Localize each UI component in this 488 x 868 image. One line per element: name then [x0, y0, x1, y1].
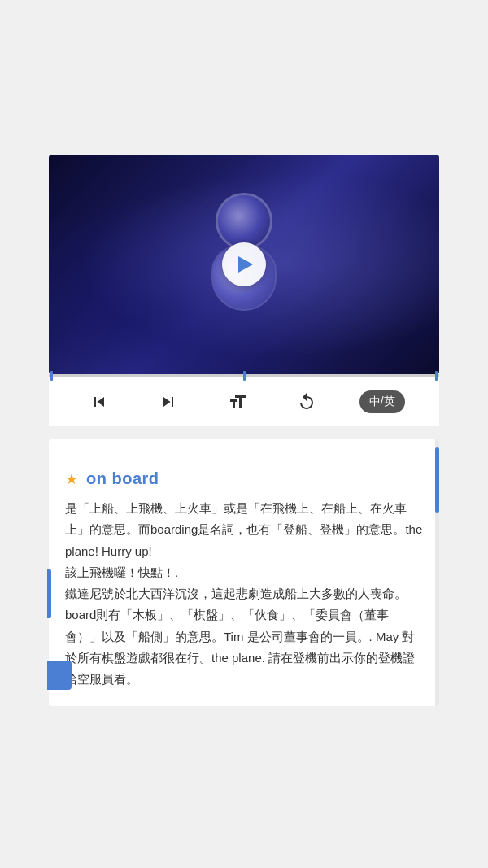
- play-button[interactable]: [222, 242, 266, 286]
- progress-markers: [49, 371, 439, 381]
- astronaut-helmet: [216, 193, 272, 250]
- marker-3: [435, 371, 438, 381]
- bottom-accent-bar: [47, 661, 72, 690]
- play-icon: [238, 256, 253, 273]
- skip-forward-icon: [159, 392, 178, 412]
- controls-bar: 中/英: [49, 377, 439, 426]
- video-player[interactable]: [49, 155, 439, 374]
- word-header: ★ on board: [65, 469, 423, 488]
- marker-1: [50, 371, 53, 381]
- language-toggle-button[interactable]: 中/英: [359, 390, 405, 413]
- word-definition-card: ★ on board 是「上船、上飛機、上火車」或是「在飛機上、在船上、在火車上…: [49, 439, 439, 706]
- skip-forward-button[interactable]: [152, 386, 185, 418]
- top-spacer: [0, 0, 488, 155]
- font-size-icon: [228, 392, 247, 412]
- word-definition-text: 是「上船、上飛機、上火車」或是「在飛機上、在船上、在火車上」的意思。而board…: [65, 498, 423, 690]
- video-progress-bar[interactable]: [49, 374, 439, 377]
- replay-button[interactable]: [290, 386, 323, 418]
- scrollbar-thumb[interactable]: [435, 447, 439, 513]
- scrollbar-track[interactable]: [435, 439, 439, 706]
- replay-icon: [297, 392, 316, 412]
- page-container: 中/英 ★ on board 是「上船、上飛機、上火車」或是「在飛機上、在船上、…: [0, 0, 488, 868]
- word-title: on board: [86, 469, 159, 488]
- marker-2: [243, 371, 246, 381]
- skip-back-button[interactable]: [83, 386, 115, 418]
- card-divider: [65, 456, 423, 456]
- skip-back-icon: [89, 392, 109, 412]
- star-icon[interactable]: ★: [65, 470, 78, 488]
- left-accent-bar: [47, 569, 51, 618]
- font-size-button[interactable]: [221, 386, 254, 418]
